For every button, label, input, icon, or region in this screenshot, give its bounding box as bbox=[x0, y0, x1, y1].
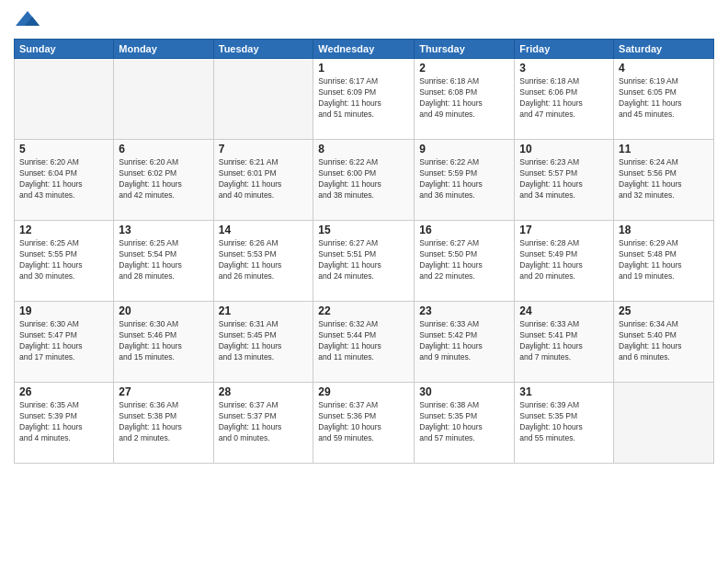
day-info: Sunrise: 6:25 AMSunset: 5:55 PMDaylight:… bbox=[19, 238, 108, 282]
calendar: SundayMondayTuesdayWednesdayThursdayFrid… bbox=[14, 39, 714, 464]
day-number: 8 bbox=[318, 143, 409, 155]
col-header-thursday: Thursday bbox=[415, 40, 515, 59]
day-cell bbox=[15, 59, 114, 140]
day-number: 31 bbox=[519, 385, 609, 398]
week-row-3: 12Sunrise: 6:25 AMSunset: 5:55 PMDayligh… bbox=[15, 221, 714, 302]
day-cell: 13Sunrise: 6:25 AMSunset: 5:54 PMDayligh… bbox=[114, 221, 213, 302]
day-info: Sunrise: 6:31 AMSunset: 5:45 PMDaylight:… bbox=[219, 319, 309, 363]
day-cell: 7Sunrise: 6:21 AMSunset: 6:01 PMDaylight… bbox=[213, 140, 313, 221]
day-info: Sunrise: 6:26 AMSunset: 5:53 PMDaylight:… bbox=[219, 238, 309, 282]
day-cell: 1Sunrise: 6:17 AMSunset: 6:09 PMDaylight… bbox=[313, 59, 415, 140]
day-info: Sunrise: 6:36 AMSunset: 5:38 PMDaylight:… bbox=[119, 400, 208, 444]
day-number: 14 bbox=[219, 224, 309, 236]
day-cell: 10Sunrise: 6:23 AMSunset: 5:57 PMDayligh… bbox=[515, 140, 614, 221]
day-cell: 16Sunrise: 6:27 AMSunset: 5:50 PMDayligh… bbox=[415, 221, 515, 302]
day-cell: 12Sunrise: 6:25 AMSunset: 5:55 PMDayligh… bbox=[15, 221, 114, 302]
day-info: Sunrise: 6:17 AMSunset: 6:09 PMDaylight:… bbox=[318, 76, 409, 121]
day-cell: 30Sunrise: 6:38 AMSunset: 5:35 PMDayligh… bbox=[415, 383, 515, 464]
day-number: 27 bbox=[119, 385, 208, 398]
day-number: 23 bbox=[419, 304, 509, 317]
day-info: Sunrise: 6:37 AMSunset: 5:37 PMDaylight:… bbox=[219, 400, 309, 444]
day-number: 11 bbox=[619, 143, 709, 155]
day-info: Sunrise: 6:24 AMSunset: 5:56 PMDaylight:… bbox=[619, 157, 709, 201]
day-cell: 3Sunrise: 6:18 AMSunset: 6:06 PMDaylight… bbox=[515, 59, 614, 140]
day-cell bbox=[614, 383, 714, 464]
day-cell: 31Sunrise: 6:39 AMSunset: 5:35 PMDayligh… bbox=[515, 383, 614, 464]
day-number: 12 bbox=[19, 224, 108, 236]
day-info: Sunrise: 6:35 AMSunset: 5:39 PMDaylight:… bbox=[19, 400, 108, 444]
day-info: Sunrise: 6:28 AMSunset: 5:49 PMDaylight:… bbox=[519, 238, 609, 282]
day-cell: 9Sunrise: 6:22 AMSunset: 5:59 PMDaylight… bbox=[415, 140, 515, 221]
day-cell: 4Sunrise: 6:19 AMSunset: 6:05 PMDaylight… bbox=[614, 59, 714, 140]
day-cell: 6Sunrise: 6:20 AMSunset: 6:02 PMDaylight… bbox=[114, 140, 213, 221]
col-header-monday: Monday bbox=[114, 40, 213, 59]
page: SundayMondayTuesdayWednesdayThursdayFrid… bbox=[0, 0, 728, 563]
day-number: 16 bbox=[419, 224, 509, 236]
day-number: 7 bbox=[219, 143, 309, 155]
day-number: 18 bbox=[619, 224, 709, 236]
day-cell: 5Sunrise: 6:20 AMSunset: 6:04 PMDaylight… bbox=[15, 140, 114, 221]
day-cell: 8Sunrise: 6:22 AMSunset: 6:00 PMDaylight… bbox=[313, 140, 415, 221]
header-row: SundayMondayTuesdayWednesdayThursdayFrid… bbox=[15, 40, 714, 59]
day-info: Sunrise: 6:21 AMSunset: 6:01 PMDaylight:… bbox=[219, 157, 309, 201]
day-number: 26 bbox=[19, 385, 108, 398]
day-number: 5 bbox=[19, 143, 108, 155]
day-number: 17 bbox=[519, 224, 609, 236]
day-info: Sunrise: 6:27 AMSunset: 5:50 PMDaylight:… bbox=[419, 238, 509, 282]
day-cell: 23Sunrise: 6:33 AMSunset: 5:42 PMDayligh… bbox=[415, 302, 515, 383]
week-row-1: 1Sunrise: 6:17 AMSunset: 6:09 PMDaylight… bbox=[15, 59, 714, 140]
day-info: Sunrise: 6:29 AMSunset: 5:48 PMDaylight:… bbox=[619, 238, 709, 282]
day-info: Sunrise: 6:20 AMSunset: 6:04 PMDaylight:… bbox=[19, 157, 108, 201]
day-info: Sunrise: 6:18 AMSunset: 6:06 PMDaylight:… bbox=[519, 76, 609, 121]
day-info: Sunrise: 6:22 AMSunset: 5:59 PMDaylight:… bbox=[419, 157, 509, 201]
logo-icon bbox=[14, 9, 41, 31]
header bbox=[14, 9, 714, 31]
day-info: Sunrise: 6:33 AMSunset: 5:42 PMDaylight:… bbox=[419, 319, 509, 363]
day-info: Sunrise: 6:20 AMSunset: 6:02 PMDaylight:… bbox=[119, 157, 208, 201]
day-cell: 11Sunrise: 6:24 AMSunset: 5:56 PMDayligh… bbox=[614, 140, 714, 221]
col-header-wednesday: Wednesday bbox=[313, 40, 415, 59]
col-header-sunday: Sunday bbox=[15, 40, 114, 59]
day-number: 24 bbox=[519, 304, 609, 317]
day-cell: 27Sunrise: 6:36 AMSunset: 5:38 PMDayligh… bbox=[114, 383, 213, 464]
day-number: 30 bbox=[419, 385, 509, 398]
day-info: Sunrise: 6:19 AMSunset: 6:05 PMDaylight:… bbox=[619, 76, 709, 121]
day-number: 9 bbox=[419, 143, 509, 155]
week-row-4: 19Sunrise: 6:30 AMSunset: 5:47 PMDayligh… bbox=[15, 302, 714, 383]
day-cell: 14Sunrise: 6:26 AMSunset: 5:53 PMDayligh… bbox=[213, 221, 313, 302]
day-number: 28 bbox=[219, 385, 309, 398]
day-cell: 28Sunrise: 6:37 AMSunset: 5:37 PMDayligh… bbox=[213, 383, 313, 464]
day-info: Sunrise: 6:25 AMSunset: 5:54 PMDaylight:… bbox=[119, 238, 208, 282]
day-number: 22 bbox=[318, 304, 409, 317]
day-info: Sunrise: 6:30 AMSunset: 5:47 PMDaylight:… bbox=[19, 319, 108, 363]
day-cell: 24Sunrise: 6:33 AMSunset: 5:41 PMDayligh… bbox=[515, 302, 614, 383]
day-number: 29 bbox=[318, 385, 409, 398]
day-cell: 29Sunrise: 6:37 AMSunset: 5:36 PMDayligh… bbox=[313, 383, 415, 464]
day-info: Sunrise: 6:32 AMSunset: 5:44 PMDaylight:… bbox=[318, 319, 409, 363]
day-info: Sunrise: 6:34 AMSunset: 5:40 PMDaylight:… bbox=[619, 319, 709, 363]
day-number: 25 bbox=[619, 304, 709, 317]
day-number: 2 bbox=[419, 62, 509, 75]
day-number: 6 bbox=[119, 143, 208, 155]
day-number: 1 bbox=[318, 62, 409, 75]
day-info: Sunrise: 6:30 AMSunset: 5:46 PMDaylight:… bbox=[119, 319, 208, 363]
day-cell bbox=[114, 59, 213, 140]
day-cell: 15Sunrise: 6:27 AMSunset: 5:51 PMDayligh… bbox=[313, 221, 415, 302]
day-info: Sunrise: 6:38 AMSunset: 5:35 PMDaylight:… bbox=[419, 400, 509, 444]
day-cell bbox=[213, 59, 313, 140]
day-info: Sunrise: 6:39 AMSunset: 5:35 PMDaylight:… bbox=[519, 400, 609, 444]
day-cell: 17Sunrise: 6:28 AMSunset: 5:49 PMDayligh… bbox=[515, 221, 614, 302]
day-info: Sunrise: 6:18 AMSunset: 6:08 PMDaylight:… bbox=[419, 76, 509, 121]
day-number: 19 bbox=[19, 304, 108, 317]
day-cell: 20Sunrise: 6:30 AMSunset: 5:46 PMDayligh… bbox=[114, 302, 213, 383]
day-cell: 19Sunrise: 6:30 AMSunset: 5:47 PMDayligh… bbox=[15, 302, 114, 383]
col-header-tuesday: Tuesday bbox=[213, 40, 313, 59]
day-number: 10 bbox=[519, 143, 609, 155]
day-info: Sunrise: 6:33 AMSunset: 5:41 PMDaylight:… bbox=[519, 319, 609, 363]
day-cell: 26Sunrise: 6:35 AMSunset: 5:39 PMDayligh… bbox=[15, 383, 114, 464]
day-cell: 18Sunrise: 6:29 AMSunset: 5:48 PMDayligh… bbox=[614, 221, 714, 302]
day-number: 4 bbox=[619, 62, 709, 75]
day-cell: 25Sunrise: 6:34 AMSunset: 5:40 PMDayligh… bbox=[614, 302, 714, 383]
day-cell: 22Sunrise: 6:32 AMSunset: 5:44 PMDayligh… bbox=[313, 302, 415, 383]
day-info: Sunrise: 6:27 AMSunset: 5:51 PMDaylight:… bbox=[318, 238, 409, 282]
